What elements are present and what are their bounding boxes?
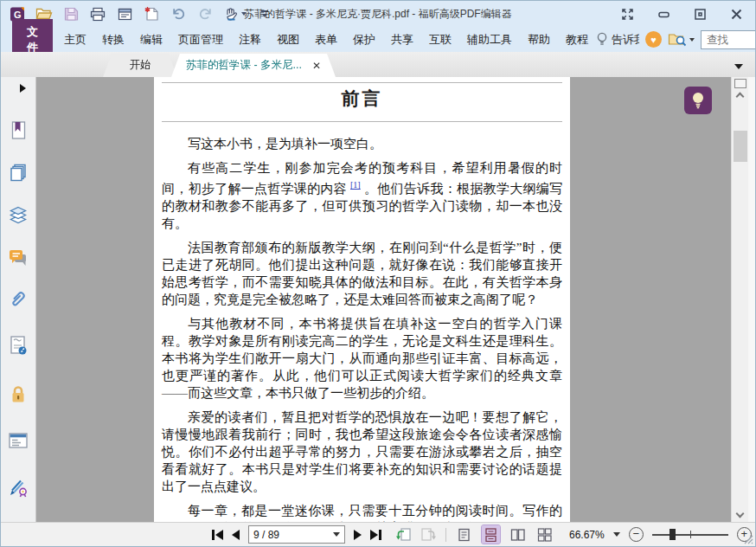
save-button[interactable] bbox=[62, 4, 80, 23]
hand-tool-button[interactable] bbox=[223, 4, 247, 23]
view-facing-button[interactable] bbox=[509, 525, 527, 544]
maximize-button[interactable] bbox=[694, 8, 707, 21]
sidebar-item-layers[interactable] bbox=[1, 206, 35, 225]
menu-item-organize[interactable]: 页面管理 bbox=[170, 32, 231, 48]
pdf-page-content: 前言 写这本小书，是为填补一项空白。 有些高二学生，刚参加完会考的预考科目，希望… bbox=[154, 77, 570, 524]
view-continuous-button[interactable] bbox=[482, 525, 500, 544]
menu-item-protect[interactable]: 保护 bbox=[345, 32, 383, 48]
vertical-scrollbar[interactable] bbox=[731, 77, 748, 524]
menu-item-comment[interactable]: 注释 bbox=[231, 32, 269, 48]
tell-me-button[interactable]: 告诉我 bbox=[596, 32, 639, 48]
menu-item-home[interactable]: 主页 bbox=[56, 32, 94, 48]
customize-toolbar-button[interactable] bbox=[256, 4, 273, 23]
prev-page-button[interactable] bbox=[232, 530, 240, 540]
document-canvas: 前言 写这本小书，是为填补一项空白。 有些高二学生，刚参加完会考的预考科目，希望… bbox=[36, 77, 731, 524]
sidebar-item-certificates[interactable] bbox=[1, 335, 35, 356]
window-controls bbox=[621, 1, 743, 27]
menu-item-form[interactable]: 表单 bbox=[307, 32, 345, 48]
paragraph-5: 亲爱的读者们，暂且把对哲学的恐惧放在一边吧！要想了解它，请慢慢地跟着我前行；同时… bbox=[162, 409, 562, 495]
menu-item-tutorial[interactable]: 教程 bbox=[558, 32, 596, 48]
svg-text:G: G bbox=[14, 9, 22, 19]
zoom-slider[interactable] bbox=[652, 528, 728, 541]
menu-item-share[interactable]: 共享 bbox=[383, 32, 421, 48]
sidebar-item-security[interactable] bbox=[1, 384, 35, 404]
paragraph-1: 写这本小书，是为填补一项空白。 bbox=[162, 135, 562, 152]
customize-caret-icon bbox=[262, 14, 267, 17]
first-page-button[interactable] bbox=[212, 530, 223, 540]
menu-item-edit[interactable]: 编辑 bbox=[132, 32, 170, 48]
menu-item-convert[interactable]: 转换 bbox=[94, 32, 132, 48]
page-number-input[interactable] bbox=[253, 529, 333, 541]
zoom-slider-center-tick bbox=[690, 531, 691, 538]
email-icon bbox=[118, 8, 132, 21]
last-page-arrow-icon bbox=[370, 530, 378, 540]
sidebar-item-comments[interactable] bbox=[1, 248, 35, 267]
footnote-ref-link[interactable]: [1] bbox=[350, 180, 361, 190]
prev-view-icon bbox=[395, 527, 412, 542]
resize-grip-icon bbox=[742, 533, 753, 544]
navigation-sidebar bbox=[1, 77, 36, 524]
menu-item-help[interactable]: 帮助 bbox=[520, 32, 558, 48]
scroll-up-button[interactable] bbox=[736, 93, 745, 101]
menu-item-accessibility[interactable]: 辅助工具 bbox=[459, 32, 520, 48]
comments-icon bbox=[8, 248, 29, 267]
zoom-level-label[interactable]: 66.67% bbox=[569, 529, 605, 541]
redo-icon bbox=[198, 7, 213, 21]
new-document-button[interactable] bbox=[143, 4, 160, 23]
paragraph-6: 每一章，都是一堂迷你课，只需要十五分钟的阅读时间。写作的风格是谈话式的，一个月有… bbox=[162, 502, 562, 524]
scroll-down-button[interactable] bbox=[736, 510, 745, 518]
undo-button[interactable] bbox=[170, 4, 187, 23]
zoom-level-caret[interactable] bbox=[613, 532, 620, 537]
resize-grip[interactable] bbox=[742, 533, 753, 544]
next-page-arrow-icon bbox=[354, 530, 362, 540]
paragraph-3: 法国教育部颁布的新版教学大纲，在刚问到“什么是哲学”时，便已走进了死胡同。他们提… bbox=[162, 239, 562, 308]
page-number-caret[interactable] bbox=[333, 532, 340, 537]
next-view-button[interactable] bbox=[420, 527, 437, 542]
redo-button[interactable] bbox=[196, 4, 214, 23]
tab-document-label: 苏菲的哲学课 - 多米尼... bbox=[186, 58, 302, 73]
ai-assistant-button[interactable] bbox=[684, 87, 712, 114]
scroll-split-button[interactable] bbox=[734, 79, 746, 88]
paragraph-2: 有些高二学生，刚参加完会考的预考科目，希望利用暑假的时间，初步了解一点哲学课的内… bbox=[162, 159, 562, 232]
prev-view-button[interactable] bbox=[395, 527, 412, 542]
tab-close-button[interactable]: ✕ bbox=[312, 61, 321, 71]
close-button[interactable] bbox=[730, 8, 743, 21]
menu-item-connect[interactable]: 互联 bbox=[421, 32, 459, 48]
statusbar-separator bbox=[445, 528, 446, 542]
search-input[interactable] bbox=[707, 34, 756, 46]
fullscreen-button[interactable] bbox=[621, 8, 634, 21]
email-button[interactable] bbox=[116, 4, 133, 23]
tab-start[interactable]: 开始 bbox=[103, 54, 177, 77]
zoom-out-button[interactable]: − bbox=[629, 527, 644, 542]
tab-list-caret-button[interactable] bbox=[734, 64, 743, 69]
sidebar-item-attachments[interactable] bbox=[1, 290, 35, 311]
app-window: { "window": { "title": "苏菲的哲学课 - 多米尼克·贾尼… bbox=[0, 0, 756, 547]
titlebar: G bbox=[1, 1, 755, 27]
file-search-button[interactable] bbox=[668, 32, 695, 47]
main-area: 前言 写这本小书，是为填补一项空白。 有些高二学生，刚参加完会考的预考科目，希望… bbox=[1, 77, 755, 524]
sidebar-item-bookmarks[interactable] bbox=[1, 120, 35, 141]
view-continuous-facing-button[interactable] bbox=[535, 525, 554, 544]
sidebar-item-pages[interactable] bbox=[1, 164, 35, 183]
paperclip-icon bbox=[9, 290, 28, 311]
pdf-page: 前言 写这本小书，是为填补一项空白。 有些高二学生，刚参加完会考的预考科目，希望… bbox=[154, 77, 570, 524]
print-button[interactable] bbox=[89, 4, 106, 23]
last-page-button[interactable] bbox=[370, 530, 381, 540]
menubar-right-tools: 告诉我 ♥ bbox=[596, 29, 756, 50]
lightbulb-icon bbox=[691, 92, 705, 109]
sidebar-expand-button[interactable] bbox=[20, 84, 26, 93]
next-page-button[interactable] bbox=[354, 530, 362, 540]
menu-item-view[interactable]: 视图 bbox=[269, 32, 307, 48]
zoom-slider-handle[interactable] bbox=[670, 529, 676, 540]
sidebar-item-fields[interactable] bbox=[1, 432, 35, 449]
sidebar-item-signatures[interactable] bbox=[1, 477, 35, 498]
tab-document[interactable]: 苏菲的哲学课 - 多米尼... ✕ bbox=[171, 54, 336, 77]
next-view-icon bbox=[420, 527, 437, 542]
favorite-button[interactable]: ♥ bbox=[645, 31, 662, 48]
minimize-button[interactable] bbox=[657, 8, 670, 21]
page-thumbnails-icon bbox=[9, 164, 28, 183]
hand-tool-caret[interactable] bbox=[241, 12, 247, 16]
scroll-thumb[interactable] bbox=[734, 131, 747, 162]
new-document-star-icon bbox=[144, 6, 159, 22]
view-single-page-button[interactable] bbox=[455, 525, 473, 544]
